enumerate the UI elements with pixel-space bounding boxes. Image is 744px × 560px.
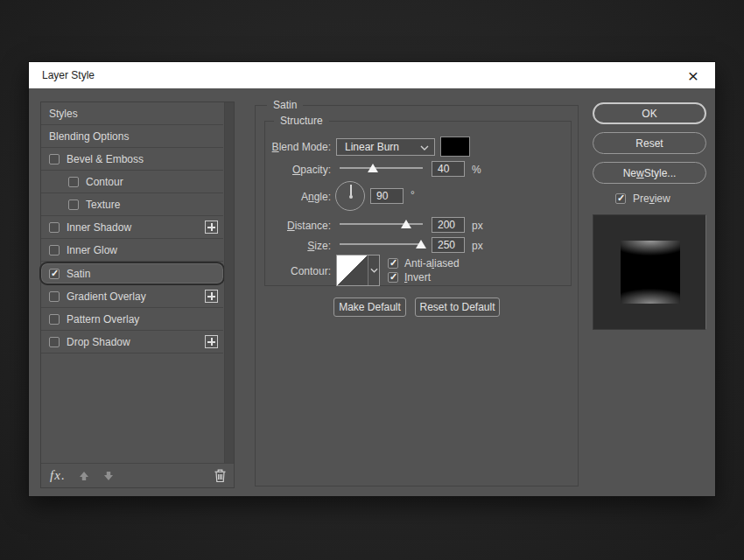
inner-shadow-checkbox[interactable] (49, 222, 60, 233)
sidebar-item-styles[interactable]: Styles (41, 102, 223, 125)
chevron-down-icon (420, 145, 429, 150)
sidebar-item-satin[interactable]: Satin (39, 262, 225, 285)
blend-mode-select[interactable]: Linear Burn (336, 138, 435, 156)
sidebar-item-pattern-overlay[interactable]: Pattern Overlay (41, 308, 223, 331)
sidebar-item-label: Styles (49, 108, 78, 120)
satin-group: Satin Structure Blend Mode: Linear Burn … (255, 105, 579, 486)
distance-unit: px (472, 220, 483, 232)
add-drop-shadow-button[interactable] (205, 335, 218, 348)
contour-checkbox[interactable] (68, 177, 79, 187)
make-default-button[interactable]: Make Default (333, 298, 406, 317)
sidebar-item-label: Blending Options (49, 130, 129, 143)
reset-button[interactable]: Reset (593, 132, 706, 154)
blend-mode-label: Blend Mode: (265, 141, 331, 153)
new-style-button[interactable]: New Style... (593, 162, 706, 184)
contour-dropdown[interactable] (368, 256, 379, 285)
contour-picker[interactable] (336, 255, 380, 286)
inner-glow-checkbox[interactable] (49, 245, 60, 256)
sidebar-item-contour[interactable]: Contour (41, 171, 223, 193)
fx-menu-icon[interactable]: fx (50, 468, 66, 483)
reset-to-default-button[interactable]: Reset to Default (415, 298, 500, 317)
layer-style-dialog: Layer Style × Styles Blending Options Be… (28, 61, 716, 497)
opacity-slider-track[interactable] (340, 167, 423, 169)
texture-checkbox[interactable] (68, 200, 79, 210)
sidebar-item-label: Texture (86, 199, 120, 211)
sidebar-item-drop-shadow[interactable]: Drop Shadow (41, 331, 223, 354)
desktop-background: Layer Style × Styles Blending Options Be… (0, 0, 744, 560)
anti-aliased-label: Anti-aliased (404, 257, 460, 270)
effects-list-footer: fx (41, 463, 234, 487)
sidebar-item-label: Drop Shadow (67, 336, 130, 348)
anti-aliased-option[interactable]: Anti-aliased (388, 257, 460, 270)
sidebar-item-label: Inner Glow (67, 244, 117, 256)
sidebar-item-label: Inner Shadow (67, 221, 131, 234)
pattern-overlay-checkbox[interactable] (49, 314, 60, 325)
structure-group: Structure Blend Mode: Linear Burn Opacit… (264, 121, 572, 286)
sidebar-item-label: Contour (86, 176, 123, 188)
sidebar-item-inner-shadow[interactable]: Inner Shadow (41, 216, 223, 239)
chevron-down-icon (370, 268, 378, 273)
sidebar-item-blending-options[interactable]: Blending Options (41, 125, 223, 148)
distance-slider-thumb[interactable] (401, 220, 411, 228)
size-label: Size: (265, 240, 331, 252)
close-icon[interactable]: × (680, 62, 706, 88)
sidebar-item-gradient-overlay[interactable]: Gradient Overlay (41, 285, 223, 308)
dialog-body: Styles Blending Options Bevel & Emboss C… (29, 88, 717, 498)
preview-checkbox[interactable] (615, 193, 626, 204)
size-input[interactable]: 250 (432, 237, 465, 253)
satin-color-swatch[interactable] (440, 136, 470, 157)
contour-label: Contour: (265, 265, 331, 277)
sidebar-item-texture[interactable]: Texture (41, 193, 223, 216)
add-inner-shadow-button[interactable] (205, 220, 218, 234)
bevel-emboss-checkbox[interactable] (49, 154, 60, 164)
sidebar-item-bevel-emboss[interactable]: Bevel & Emboss (41, 148, 223, 171)
effects-list: Styles Blending Options Bevel & Emboss C… (40, 102, 235, 488)
preview-label: Preview (633, 192, 670, 205)
style-preview-panel (593, 214, 706, 330)
opacity-unit: % (472, 164, 481, 176)
angle-dial[interactable] (335, 181, 365, 211)
ok-button[interactable]: OK (593, 102, 706, 124)
sidebar-item-inner-glow[interactable]: Inner Glow (41, 239, 223, 262)
angle-label: Angle: (265, 191, 331, 203)
size-slider-track[interactable] (340, 243, 423, 245)
size-unit: px (472, 240, 483, 252)
drop-shadow-checkbox[interactable] (49, 337, 60, 347)
sidebar-item-label: Gradient Overlay (67, 290, 146, 303)
blend-mode-value: Linear Burn (345, 141, 399, 153)
anti-aliased-checkbox[interactable] (388, 258, 398, 269)
distance-label: Distance: (265, 220, 331, 232)
gradient-overlay-checkbox[interactable] (49, 291, 60, 302)
dialog-title: Layer Style (29, 69, 95, 81)
opacity-slider-thumb[interactable] (368, 164, 378, 172)
angle-dial-center (349, 195, 353, 199)
invert-checkbox[interactable] (388, 272, 398, 283)
preview-option[interactable]: Preview (615, 192, 670, 205)
invert-label: Invert (404, 271, 431, 284)
add-gradient-overlay-button[interactable] (205, 290, 218, 303)
size-slider-thumb[interactable] (416, 240, 426, 248)
distance-input[interactable]: 200 (432, 217, 465, 233)
sidebar-item-label: Satin (67, 268, 90, 280)
style-preview-swatch (621, 241, 680, 304)
effects-list-scrollbar[interactable] (224, 102, 234, 463)
opacity-label: Opacity: (265, 164, 331, 176)
angle-unit: ° (411, 189, 415, 201)
angle-input[interactable]: 90 (370, 188, 404, 204)
sidebar-item-label: Bevel & Emboss (67, 153, 144, 165)
dialog-titlebar[interactable]: Layer Style × (29, 62, 715, 88)
move-effect-up-icon[interactable] (78, 470, 90, 482)
delete-effect-icon[interactable] (214, 468, 227, 483)
satin-checkbox[interactable] (49, 269, 60, 279)
opacity-input[interactable]: 40 (432, 161, 465, 177)
move-effect-down-icon[interactable] (102, 470, 115, 482)
sidebar-item-label: Pattern Overlay (67, 313, 139, 326)
invert-option[interactable]: Invert (388, 271, 431, 284)
contour-thumbnail[interactable] (337, 256, 368, 285)
structure-group-label: Structure (274, 115, 329, 127)
satin-group-label: Satin (267, 99, 303, 111)
